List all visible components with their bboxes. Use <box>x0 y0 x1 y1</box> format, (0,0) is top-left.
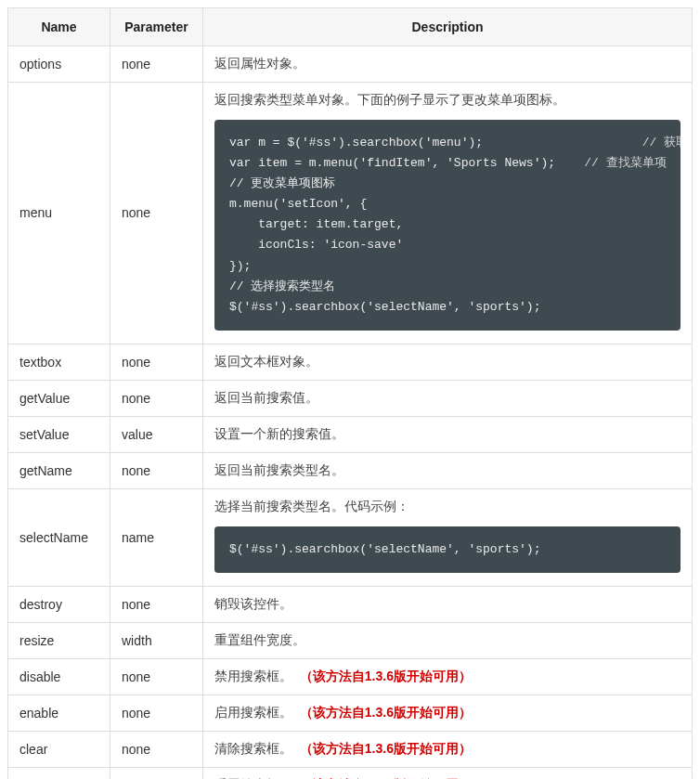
cell-parameter: value <box>110 416 203 452</box>
table-header-row: Name Parameter Description <box>8 8 693 46</box>
description-text: 销毁该控件。 <box>214 596 292 611</box>
cell-name: reset <box>8 767 110 779</box>
cell-name: options <box>8 46 110 83</box>
code-line: var m = $('#ss').searchbox('menu'); // 获… <box>229 133 666 153</box>
cell-parameter: none <box>110 586 203 622</box>
methods-table: Name Parameter Description optionsnone返回… <box>7 7 693 779</box>
cell-description: 返回当前搜索值。 <box>203 380 693 416</box>
code-line: m.menu('setIcon', { <box>229 194 666 214</box>
cell-parameter: width <box>110 622 203 658</box>
cell-parameter: none <box>110 658 203 695</box>
cell-parameter: name <box>110 488 203 586</box>
cell-description: 启用搜索框。 （该方法自1.3.6版开始可用） <box>203 695 693 731</box>
table-row: selectNamename选择当前搜索类型名。代码示例：$('#ss').se… <box>8 488 693 586</box>
description-text: 返回文本框对象。 <box>214 354 318 369</box>
version-note: （该方法自1.3.6版开始可用） <box>300 669 472 683</box>
table-row: optionsnone返回属性对象。 <box>8 46 693 83</box>
table-row: getNamenone返回当前搜索类型名。 <box>8 452 693 488</box>
code-line: $('#ss').searchbox('selectName', 'sports… <box>229 539 666 560</box>
cell-description: 销毁该控件。 <box>203 586 693 622</box>
description-text: 设置一个新的搜索值。 <box>214 426 344 441</box>
cell-name: menu <box>8 83 110 344</box>
cell-name: getValue <box>8 380 110 416</box>
cell-parameter: none <box>110 452 203 488</box>
table-row: textboxnone返回文本框对象。 <box>8 344 693 380</box>
code-line: }); <box>229 256 666 277</box>
description-text: 禁用搜索框。 <box>214 669 292 683</box>
cell-name: disable <box>8 658 110 695</box>
code-comment: // 查找菜单项 <box>584 156 666 170</box>
table-row: destroynone销毁该控件。 <box>8 586 693 622</box>
cell-description: 返回当前搜索类型名。 <box>203 452 693 488</box>
description-text: 清除搜索框。 <box>214 741 292 756</box>
code-comment: // 获取菜单项 <box>642 136 681 149</box>
code-line: $('#ss').searchbox('selectName', 'sports… <box>229 297 666 318</box>
cell-name: selectName <box>8 488 110 586</box>
cell-description: 重置组件宽度。 <box>203 622 693 658</box>
cell-parameter: none <box>110 731 203 767</box>
cell-description: 清除搜索框。 （该方法自1.3.6版开始可用） <box>203 731 693 767</box>
table-row: enablenone启用搜索框。 （该方法自1.3.6版开始可用） <box>8 695 693 731</box>
cell-name: textbox <box>8 344 110 380</box>
version-note: （该方法自1.3.6版开始可用） <box>300 741 472 756</box>
cell-parameter: none <box>110 767 203 779</box>
table-row: clearnone清除搜索框。 （该方法自1.3.6版开始可用） <box>8 731 693 767</box>
cell-description: 返回文本框对象。 <box>203 344 693 380</box>
version-note: （该方法自1.3.6版开始可用） <box>300 705 472 720</box>
table-row: resetnone重置搜索框。 （该方法自1.3.6版开始可用） <box>8 767 693 779</box>
cell-name: setValue <box>8 416 110 452</box>
code-line: // 更改菜单项图标 <box>229 174 666 194</box>
cell-name: resize <box>8 622 110 658</box>
code-block: $('#ss').searchbox('selectName', 'sports… <box>214 526 681 573</box>
cell-name: destroy <box>8 586 110 622</box>
description-text: 重置组件宽度。 <box>214 632 305 647</box>
cell-description: 返回属性对象。 <box>203 46 693 83</box>
description-text: 返回当前搜索值。 <box>214 390 318 405</box>
cell-parameter: none <box>110 83 203 344</box>
code-line: iconCls: 'icon-save' <box>229 235 666 255</box>
description-text: 返回当前搜索类型名。 <box>214 462 344 477</box>
cell-description: 重置搜索框。 （该方法自1.3.6版开始可用） <box>203 767 693 779</box>
header-name: Name <box>8 8 110 46</box>
cell-name: getName <box>8 452 110 488</box>
table-row: resizewidth重置组件宽度。 <box>8 622 693 658</box>
table-row: setValuevalue设置一个新的搜索值。 <box>8 416 693 452</box>
header-parameter: Parameter <box>110 8 203 46</box>
table-row: getValuenone返回当前搜索值。 <box>8 380 693 416</box>
table-row: disablenone禁用搜索框。 （该方法自1.3.6版开始可用） <box>8 658 693 695</box>
description-text: 返回搜索类型菜单对象。下面的例子显示了更改菜单项图标。 <box>214 92 681 109</box>
code-line: var item = m.menu('findItem', 'Sports Ne… <box>229 153 666 174</box>
cell-parameter: none <box>110 46 203 83</box>
table-row: menunone返回搜索类型菜单对象。下面的例子显示了更改菜单项图标。var m… <box>8 83 693 344</box>
code-block: var m = $('#ss').searchbox('menu'); // 获… <box>214 120 681 331</box>
code-line: target: item.target, <box>229 214 666 235</box>
cell-parameter: none <box>110 695 203 731</box>
description-text: 返回属性对象。 <box>214 56 305 71</box>
cell-description: 选择当前搜索类型名。代码示例：$('#ss').searchbox('selec… <box>203 488 693 586</box>
cell-description: 设置一个新的搜索值。 <box>203 416 693 452</box>
code-line: // 选择搜索类型名 <box>229 277 666 297</box>
cell-name: clear <box>8 731 110 767</box>
cell-description: 返回搜索类型菜单对象。下面的例子显示了更改菜单项图标。var m = $('#s… <box>203 83 693 344</box>
cell-description: 禁用搜索框。 （该方法自1.3.6版开始可用） <box>203 658 693 695</box>
cell-name: enable <box>8 695 110 731</box>
cell-parameter: none <box>110 380 203 416</box>
cell-parameter: none <box>110 344 203 380</box>
header-description: Description <box>203 8 693 46</box>
description-text: 启用搜索框。 <box>214 705 292 720</box>
description-text: 选择当前搜索类型名。代码示例： <box>214 499 681 515</box>
